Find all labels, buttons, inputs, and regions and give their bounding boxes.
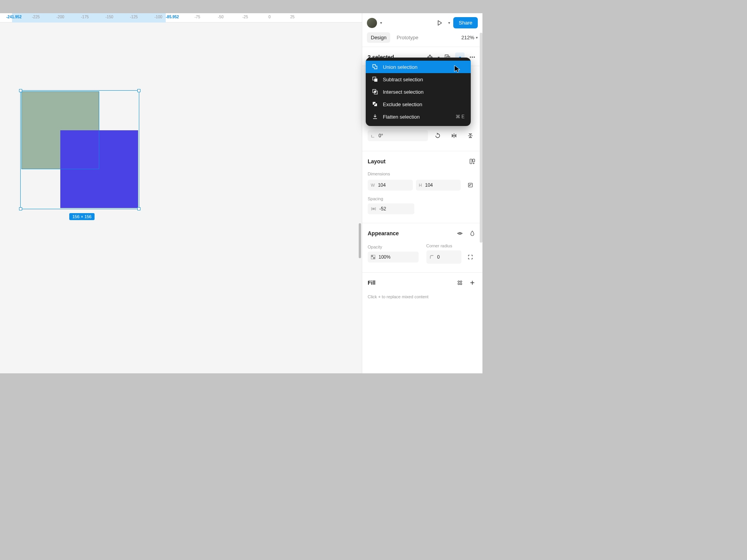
opacity-icon	[371, 255, 375, 259]
resize-handle-br[interactable]	[137, 207, 140, 210]
svg-rect-6	[473, 159, 475, 162]
corner-icon	[430, 255, 434, 259]
rotation-field[interactable]: 0°	[368, 130, 428, 141]
cursor-pointer-icon	[454, 65, 461, 75]
add-fill-button[interactable]	[468, 278, 477, 287]
spacing-field[interactable]: -52	[368, 203, 414, 214]
selection-bounding-box[interactable]	[20, 90, 139, 209]
svg-point-2	[470, 57, 471, 58]
top-bar: ▾ ▾ Share	[362, 13, 482, 32]
flip-vertical-button[interactable]	[464, 129, 477, 142]
blend-icon[interactable]	[468, 229, 477, 238]
svg-rect-5	[470, 159, 472, 164]
flatten-icon	[372, 114, 378, 120]
opacity-field[interactable]: 100%	[368, 252, 419, 262]
menu-subtract[interactable]: Subtract selection	[366, 73, 471, 86]
exclude-icon	[372, 101, 378, 107]
avatar[interactable]	[367, 18, 377, 28]
styles-icon[interactable]	[455, 278, 465, 287]
svg-point-13	[460, 281, 462, 282]
dimension-badge: 156 × 156	[69, 213, 95, 220]
svg-rect-20	[374, 91, 376, 93]
ruler-sel-end: -85.952	[166, 15, 179, 19]
constrain-proportions-button[interactable]	[464, 178, 477, 192]
play-icon	[437, 20, 443, 26]
height-field[interactable]: H104	[416, 180, 461, 191]
svg-point-14	[458, 283, 459, 285]
svg-point-12	[458, 281, 459, 282]
resize-handle-tr[interactable]	[137, 89, 140, 92]
zoom-control[interactable]: 212% ▾	[461, 35, 478, 40]
menu-intersect[interactable]: Intersect selection	[366, 86, 471, 98]
svg-rect-10	[371, 255, 373, 257]
fill-hint: Click + to replace mixed content	[362, 291, 482, 299]
spacing-icon	[371, 206, 376, 211]
resize-handle-bl[interactable]	[19, 207, 22, 210]
union-icon	[372, 64, 378, 70]
ruler-sel-start: -241.952	[6, 15, 21, 19]
horizontal-ruler: -241.952 -225 -200 -175 -150 -125 -100 -…	[0, 13, 362, 23]
tab-design[interactable]: Design	[367, 32, 390, 43]
tab-prototype[interactable]: Prototype	[393, 32, 422, 43]
rotate-90-button[interactable]	[431, 129, 444, 142]
svg-point-8	[459, 233, 461, 234]
chevron-down-icon[interactable]: ▾	[448, 21, 450, 25]
canvas-area[interactable]: -241.952 -225 -200 -175 -150 -125 -100 -…	[0, 13, 362, 373]
chevron-down-icon: ▾	[476, 35, 478, 40]
svg-point-3	[472, 57, 473, 58]
chevron-down-icon[interactable]: ▾	[380, 21, 382, 25]
canvas-scrollbar[interactable]	[359, 223, 361, 258]
svg-rect-7	[468, 183, 472, 187]
panel-scrollbar[interactable]	[480, 33, 482, 243]
canvas[interactable]: 156 × 156	[0, 23, 362, 373]
menu-exclude[interactable]: Exclude selection	[366, 98, 471, 110]
tabs-row: Design Prototype 212% ▾	[362, 32, 482, 47]
menu-flatten[interactable]: Flatten selection ⌘ E	[366, 110, 471, 123]
subtract-icon	[372, 76, 378, 82]
layout-section: Layout Dimensions W104 H104 Spacing -52	[362, 151, 482, 223]
share-button[interactable]: Share	[453, 17, 478, 28]
intersect-icon	[372, 89, 378, 95]
appearance-section: Appearance Opacity 100% Corner radius	[362, 223, 482, 272]
play-button[interactable]	[434, 18, 445, 28]
svg-point-4	[474, 57, 475, 58]
corner-radius-field[interactable]: 0	[426, 250, 462, 264]
auto-layout-add-icon[interactable]	[468, 157, 477, 166]
svg-rect-17	[374, 79, 377, 82]
individual-corners-button[interactable]	[464, 250, 477, 264]
angle-icon	[371, 133, 375, 138]
visibility-icon[interactable]	[455, 229, 465, 238]
svg-point-15	[460, 283, 462, 285]
fill-section: Fill Click + to replace mixed content	[362, 273, 482, 304]
width-field[interactable]: W104	[368, 180, 413, 191]
resize-handle-tl[interactable]	[19, 89, 22, 92]
flip-horizontal-button[interactable]	[447, 129, 461, 142]
svg-rect-11	[373, 257, 375, 259]
